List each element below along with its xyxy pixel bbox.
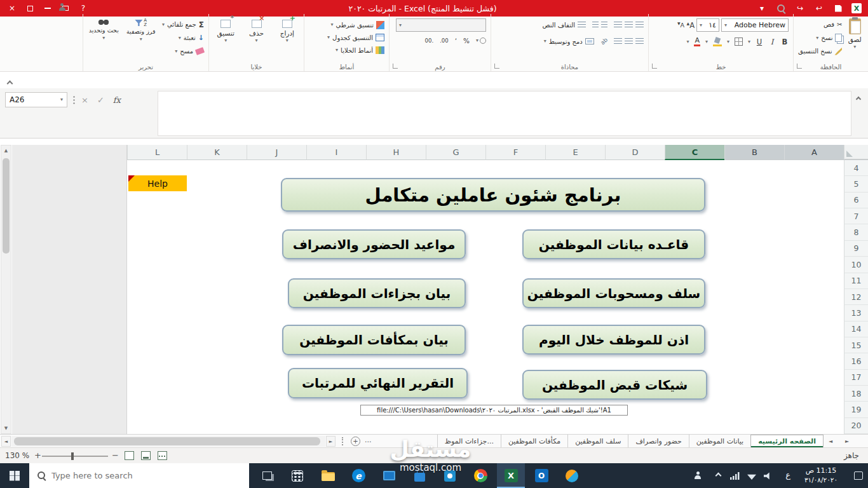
orientation-icon[interactable]: ab	[599, 36, 609, 46]
employees-database-button[interactable]: قاعـده بيانات الموظفين	[522, 229, 705, 259]
borders-icon[interactable]	[735, 37, 743, 46]
font-dialog-launcher[interactable]	[652, 64, 657, 69]
row-header[interactable]: 6	[844, 193, 868, 208]
row-header[interactable]: 12	[844, 289, 868, 305]
column-header[interactable]: E	[545, 145, 605, 160]
day-permission-button[interactable]: اذن للموظف خلال اليوم	[522, 325, 705, 355]
taskbar-icon-calculator[interactable]	[283, 463, 311, 488]
formula-bar-splitter[interactable]	[73, 95, 75, 105]
tray-cellular-icon[interactable]	[730, 472, 740, 480]
sheet-tab-attendance[interactable]: حضور وانصراف	[628, 435, 688, 448]
taskbar-icon-chrome[interactable]	[466, 463, 494, 488]
comma-style-button[interactable]: ٬	[455, 37, 457, 44]
zoom-slider[interactable]	[42, 456, 108, 457]
new-sheet-button[interactable]: +	[351, 437, 360, 446]
column-header[interactable]: L	[127, 145, 187, 160]
help-button[interactable]: Help	[128, 175, 187, 191]
tray-hidden-icons-chevron[interactable]	[715, 473, 722, 479]
sheet-tab-home-active[interactable]: الصفحه الرئيسيه	[750, 435, 824, 448]
row-header[interactable]: 19	[844, 402, 868, 417]
tray-network-icon[interactable]	[747, 473, 756, 480]
collapse-ribbon-icon[interactable]	[7, 81, 13, 87]
touch-mode-icon[interactable]	[775, 3, 787, 14]
penalties-statement-button[interactable]: بيان بجزاءات الموظفين	[288, 278, 466, 308]
align-right-icon[interactable]	[635, 22, 644, 28]
align-left-icon[interactable]	[614, 22, 622, 28]
hscroll-left-icon[interactable]: ◄	[1, 436, 11, 447]
name-box[interactable]: A26 ▾	[5, 92, 67, 107]
sheet-tab-penalties[interactable]: جزاءات الموظ...	[437, 435, 501, 448]
minimize-icon[interactable]	[42, 3, 53, 14]
attendance-times-button[interactable]: مواعيد الحضور والانصراف	[282, 229, 466, 259]
number-dialog-launcher[interactable]	[393, 64, 398, 69]
sheet-nav-next-icon[interactable]: ►	[845, 438, 849, 444]
horizontal-scrollbar[interactable]	[11, 436, 325, 447]
decrease-indent-icon[interactable]	[601, 22, 607, 28]
horizontal-scroll-thumb[interactable]	[14, 437, 320, 445]
autosum-button[interactable]: Σجمع تلقائي▾	[162, 18, 204, 30]
accounting-format-button[interactable]: ▾	[476, 37, 486, 44]
paste-dropdown-icon[interactable]: ▾	[853, 44, 856, 50]
bonuses-statement-button[interactable]: بيان بمكأفات الموظفين	[282, 325, 466, 355]
taskbar-search[interactable]	[29, 463, 249, 488]
row-header[interactable]: 18	[844, 386, 868, 402]
tray-notification-icon[interactable]	[854, 471, 863, 480]
sheet-tab-employee-data[interactable]: بيانات الموظفين	[689, 435, 750, 448]
row-header[interactable]: 14	[844, 322, 868, 337]
taskbar-icon-outlook[interactable]: O	[527, 463, 555, 488]
bold-button[interactable]: B	[781, 37, 789, 46]
row-header[interactable]: 15	[844, 337, 868, 353]
top-align-icon[interactable]	[635, 38, 644, 44]
column-header[interactable]: D	[605, 145, 665, 160]
insert-function-icon[interactable]: fx	[113, 95, 121, 105]
decrease-decimal-button[interactable]: .00	[425, 37, 434, 44]
copy-button[interactable]: نسخ▾	[798, 32, 842, 44]
taskbar-icon-store[interactable]	[405, 463, 433, 488]
cell-styles-button[interactable]: أنماط الخلايا▾	[309, 44, 384, 57]
scroll-up-icon[interactable]: ▲	[1, 146, 11, 156]
find-select-button[interactable]: بحث وتحديد ▾	[88, 18, 120, 41]
increase-indent-icon[interactable]	[592, 22, 599, 28]
column-header[interactable]: A	[784, 145, 844, 160]
zoom-slider-thumb[interactable]	[71, 452, 74, 460]
increase-decimal-button[interactable]: 00.	[440, 37, 449, 44]
row-header[interactable]: 11	[844, 273, 868, 289]
sheet-tab-overflow[interactable]: ...	[365, 436, 372, 444]
main-title-button[interactable]: برنامج شئون عاملين متكامل	[281, 178, 705, 212]
sort-filter-button[interactable]: AZ فرز وتصفية ▾	[125, 18, 158, 42]
wrap-text-button[interactable]: التفاف النص	[542, 19, 586, 31]
sheet-nav-prev-icon[interactable]: ◄	[829, 438, 832, 444]
column-header[interactable]: B	[724, 145, 784, 160]
row-header[interactable]: 4	[844, 160, 868, 176]
row-header[interactable]: 17	[844, 370, 868, 386]
paste-button[interactable]: لصق ▾	[846, 18, 864, 50]
restore-icon[interactable]	[24, 3, 36, 14]
decrease-font-icon[interactable]: A▼	[677, 21, 685, 29]
cut-button[interactable]: ✂قص	[798, 18, 842, 30]
clear-button[interactable]: مسح▾	[162, 45, 204, 57]
tray-clock[interactable]: 11:15 ص ٣١/٠٨/٢٠٢٠	[796, 466, 846, 484]
row-header[interactable]: 8	[844, 224, 868, 240]
row-header[interactable]: 20	[844, 418, 868, 434]
redo-icon[interactable]: ↪	[794, 3, 806, 14]
font-size-select[interactable]: ١٤▾	[696, 18, 719, 32]
sheet-tab-advances[interactable]: سلف الموظفين	[567, 435, 628, 448]
view-page-layout-button[interactable]	[141, 451, 151, 460]
save-icon[interactable]	[832, 3, 844, 14]
column-header[interactable]: F	[485, 145, 545, 160]
view-page-break-button[interactable]	[158, 451, 167, 460]
vertical-scroll-thumb[interactable]	[3, 158, 10, 254]
select-all-button[interactable]	[844, 145, 868, 160]
underline-dropdown-icon[interactable]: ▾	[748, 39, 750, 44]
start-button[interactable]	[0, 463, 29, 488]
percent-style-button[interactable]: %	[463, 37, 470, 44]
taskbar-icon-file-explorer[interactable]	[314, 463, 342, 488]
pay-cheques-button[interactable]: شيكات قبض الموظفين	[522, 370, 707, 400]
zoom-level[interactable]: 130 %	[5, 451, 29, 460]
vertical-scrollbar[interactable]: ▲ ▼	[1, 145, 11, 434]
column-header[interactable]: K	[187, 145, 247, 160]
row-header[interactable]: 7	[844, 208, 868, 224]
cancel-icon[interactable]: ×	[81, 95, 88, 105]
tray-language-indicator[interactable]: ع	[785, 470, 790, 480]
tray-volume-icon[interactable]	[764, 472, 773, 480]
